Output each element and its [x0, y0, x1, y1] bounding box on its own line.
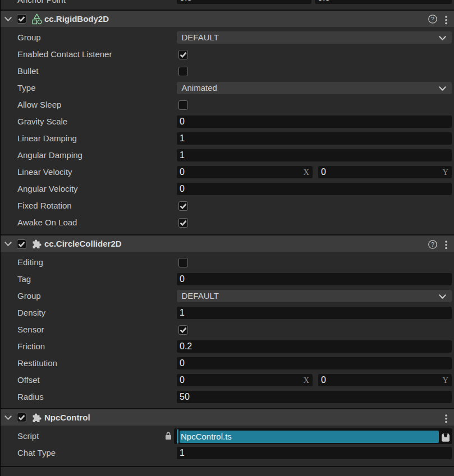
svg-text:?: ?: [431, 16, 434, 22]
svg-text:?: ?: [431, 241, 434, 247]
